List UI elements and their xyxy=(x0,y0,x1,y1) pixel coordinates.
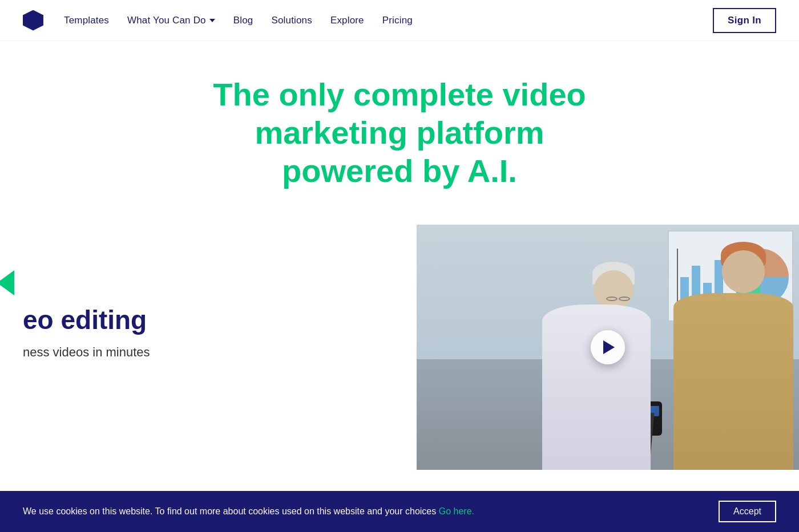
left-panel: eo editing ness videos in minutes xyxy=(0,225,354,360)
logo[interactable] xyxy=(23,10,43,31)
person-right-body xyxy=(673,293,793,470)
video-thumbnail[interactable] xyxy=(417,225,799,470)
glasses-right xyxy=(619,297,630,301)
nav-link-explore[interactable]: Explore xyxy=(330,15,364,26)
nav-link-pricing[interactable]: Pricing xyxy=(382,15,413,26)
nav-item-templates[interactable]: Templates xyxy=(64,15,109,26)
nav-link-templates[interactable]: Templates xyxy=(64,15,109,26)
cookie-text: We use cookies on this website. To find … xyxy=(23,506,696,517)
content-area: eo editing ness videos in minutes xyxy=(0,225,799,470)
nav-item-blog[interactable]: Blog xyxy=(233,15,253,26)
cookie-accept-button[interactable]: Accept xyxy=(719,501,776,522)
navbar: Templates What You Can Do Blog Solutions… xyxy=(0,0,799,41)
carousel-prev-button[interactable] xyxy=(0,270,14,295)
hero-section: The only complete video marketing platfo… xyxy=(0,41,799,225)
nav-item-solutions[interactable]: Solutions xyxy=(271,15,312,26)
person-right-head xyxy=(722,250,765,293)
nav-item-explore[interactable]: Explore xyxy=(330,15,364,26)
person-left-body xyxy=(542,304,651,470)
nav-menu: Templates What You Can Do Blog Solutions… xyxy=(64,15,413,26)
chevron-down-icon xyxy=(209,19,215,22)
logo-icon xyxy=(23,10,43,31)
hero-title: The only complete video marketing platfo… xyxy=(143,75,656,190)
cookie-banner: We use cookies on this website. To find … xyxy=(0,491,799,532)
play-icon xyxy=(603,340,615,354)
video-panel xyxy=(417,225,799,470)
nav-link-what-you-can-do[interactable]: What You Can Do xyxy=(127,15,215,26)
glasses-left xyxy=(606,297,618,301)
cookie-link[interactable]: Go here. xyxy=(439,506,474,516)
feature-title: eo editing xyxy=(23,304,354,336)
nav-left: Templates What You Can Do Blog Solutions… xyxy=(23,10,413,31)
nav-item-what-you-can-do[interactable]: What You Can Do xyxy=(127,15,215,26)
sign-in-button[interactable]: Sign In xyxy=(713,8,776,33)
nav-link-solutions[interactable]: Solutions xyxy=(271,15,312,26)
play-button[interactable] xyxy=(591,330,625,364)
feature-subtitle: ness videos in minutes xyxy=(23,345,354,360)
nav-link-blog[interactable]: Blog xyxy=(233,15,253,26)
nav-item-pricing[interactable]: Pricing xyxy=(382,15,413,26)
